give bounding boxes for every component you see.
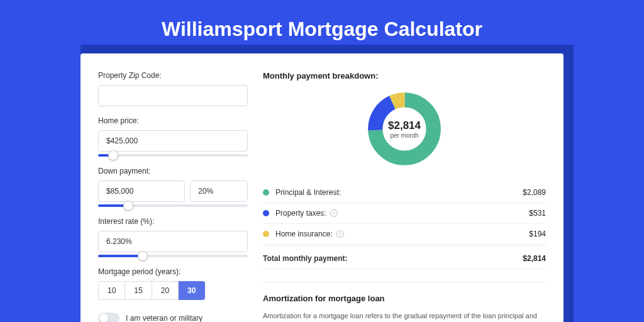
veteran-toggle[interactable] — [98, 313, 119, 322]
legend-value: $531 — [529, 209, 546, 218]
period-group: 10 15 20 30 — [98, 281, 248, 300]
legend-value: $194 — [529, 230, 546, 238]
donut-sub: per month — [388, 132, 421, 139]
period-option-30[interactable]: 30 — [179, 281, 205, 300]
interest-label: Interest rate (%): — [98, 217, 248, 226]
home-price-slider[interactable] — [98, 154, 248, 157]
period-option-20[interactable]: 20 — [152, 281, 179, 300]
period-option-10[interactable]: 10 — [98, 281, 125, 300]
legend-label: Property taxes: — [275, 209, 326, 218]
period-option-15[interactable]: 15 — [125, 281, 152, 300]
help-icon[interactable]: ? — [330, 209, 338, 217]
interest-input[interactable] — [98, 231, 248, 252]
amortization-section: Amortization for mortgage loan Amortizat… — [263, 282, 546, 322]
down-payment-pct-input[interactable] — [190, 180, 248, 202]
home-price-input[interactable] — [98, 130, 248, 152]
dot-icon — [263, 210, 269, 216]
dot-icon — [263, 189, 269, 196]
calculator-card: Property Zip Code: Home price: Down paym… — [80, 53, 564, 322]
period-label: Mortgage period (years): — [98, 267, 248, 276]
legend-taxes: Property taxes: ? $531 — [263, 203, 546, 224]
veteran-label: I am veteran or military — [126, 314, 203, 322]
total-label: Total monthly payment: — [263, 254, 347, 263]
legend-label: Home insurance: — [275, 230, 333, 238]
donut-value: $2,814 — [388, 119, 421, 132]
zip-input[interactable] — [98, 85, 248, 106]
total-value: $2,814 — [523, 254, 546, 263]
summary-panel: Monthly payment breakdown: $2,814 per mo… — [263, 71, 546, 322]
legend-insurance: Home insurance: ? $194 — [263, 224, 546, 245]
down-payment-input[interactable] — [98, 180, 185, 202]
legend-label: Principal & Interest: — [275, 188, 341, 197]
help-icon[interactable]: ? — [336, 230, 344, 238]
interest-slider[interactable] — [98, 255, 248, 257]
home-price-label: Home price: — [98, 116, 248, 125]
breakdown-donut: $2,814 per month — [366, 91, 443, 167]
breakdown-title: Monthly payment breakdown: — [263, 71, 546, 80]
legend-principal: Principal & Interest: $2,089 — [263, 182, 546, 203]
legend-value: $2,089 — [523, 188, 546, 197]
dot-icon — [263, 231, 269, 237]
down-payment-label: Down payment: — [98, 167, 248, 175]
down-payment-slider[interactable] — [98, 204, 248, 207]
amortization-title: Amortization for mortgage loan — [263, 294, 546, 303]
zip-label: Property Zip Code: — [98, 71, 248, 80]
legend-total: Total monthly payment: $2,814 — [263, 246, 546, 269]
inputs-panel: Property Zip Code: Home price: Down paym… — [98, 71, 248, 322]
amortization-text: Amortization for a mortgage loan refers … — [263, 311, 546, 322]
